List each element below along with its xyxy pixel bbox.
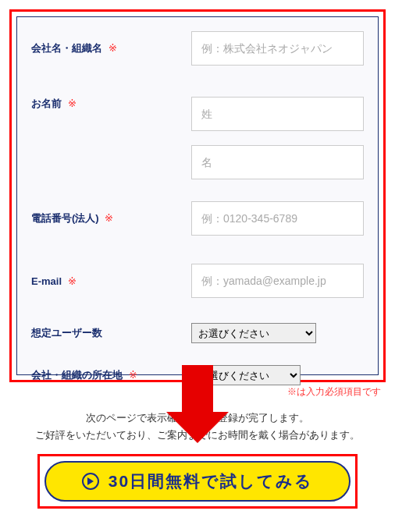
- label-users: 想定ユーザー数: [31, 326, 183, 340]
- label-location-text: 会社・組織の所在地: [31, 369, 123, 381]
- firstname-input[interactable]: [191, 145, 364, 179]
- company-input[interactable]: [191, 31, 364, 66]
- row-users: 想定ユーザー数 お選びください: [17, 312, 378, 354]
- trial-button[interactable]: 30日間無料で試してみる: [44, 461, 351, 502]
- label-phone-text: 電話番号(法人): [31, 212, 99, 224]
- cta-highlight-box: 30日間無料で試してみる: [37, 454, 358, 509]
- label-phone: 電話番号(法人) ※: [31, 211, 183, 225]
- label-company: 会社名・組織名 ※: [31, 41, 183, 55]
- label-name-text: お名前: [31, 98, 62, 109]
- svg-marker-0: [87, 477, 94, 485]
- label-users-text: 想定ユーザー数: [31, 327, 102, 339]
- label-email-text: E-mail: [31, 275, 62, 287]
- required-mark: ※: [105, 212, 113, 224]
- required-mark: ※: [129, 369, 137, 381]
- form-container: 会社名・組織名 ※ お名前 ※ 電話番号(法人) ※: [16, 16, 379, 375]
- label-location: 会社・組織の所在地 ※: [31, 368, 183, 382]
- label-name: お名前 ※: [31, 97, 183, 111]
- arrow-down-icon: [166, 365, 229, 443]
- row-company: 会社名・組織名 ※: [17, 17, 378, 80]
- row-name: お名前 ※: [17, 80, 378, 187]
- label-company-text: 会社名・組織名: [31, 42, 102, 54]
- required-mark: ※: [68, 275, 77, 287]
- trial-button-label: 30日間無料で試してみる: [109, 470, 313, 492]
- form-highlight-box: 会社名・組織名 ※ お名前 ※ 電話番号(法人) ※: [9, 9, 386, 382]
- row-email: E-mail ※: [17, 250, 378, 312]
- required-mark: ※: [68, 98, 77, 109]
- row-phone: 電話番号(法人) ※: [17, 187, 378, 250]
- play-circle-icon: [82, 473, 99, 490]
- label-email: E-mail ※: [31, 275, 183, 287]
- lastname-input[interactable]: [191, 97, 364, 131]
- required-note: ※は入力必須項目です: [287, 385, 381, 399]
- required-mark: ※: [109, 42, 117, 54]
- phone-input[interactable]: [191, 201, 364, 236]
- users-select[interactable]: お選びください: [191, 323, 316, 343]
- email-input[interactable]: [191, 264, 364, 298]
